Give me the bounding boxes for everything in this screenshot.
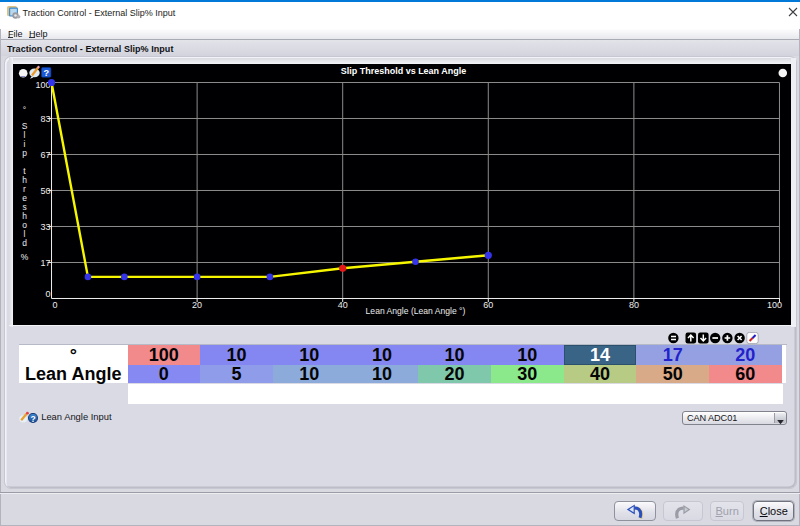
svg-text:17: 17 (40, 258, 50, 268)
svg-text:Lean Angle (Lean Angle °): Lean Angle (Lean Angle °) (365, 306, 465, 316)
svg-text:d: d (22, 238, 27, 248)
svg-text:0: 0 (52, 300, 57, 310)
svg-text:83: 83 (40, 114, 50, 124)
svg-text:20: 20 (192, 300, 202, 310)
svg-text:0: 0 (45, 289, 50, 299)
svg-text:33: 33 (40, 222, 50, 232)
svg-text:p: p (22, 148, 27, 158)
svg-text:67: 67 (40, 150, 50, 160)
svg-text:60: 60 (483, 300, 493, 310)
svg-text:50: 50 (40, 186, 50, 196)
svg-text:°: ° (22, 105, 25, 115)
svg-text:100: 100 (766, 300, 781, 310)
svg-text:40: 40 (337, 300, 347, 310)
svg-text:?: ? (43, 68, 49, 78)
svg-text:80: 80 (628, 300, 638, 310)
svg-text:Slip Threshold vs Lean Angle: Slip Threshold vs Lean Angle (340, 66, 465, 76)
svg-text:%: % (20, 252, 28, 262)
